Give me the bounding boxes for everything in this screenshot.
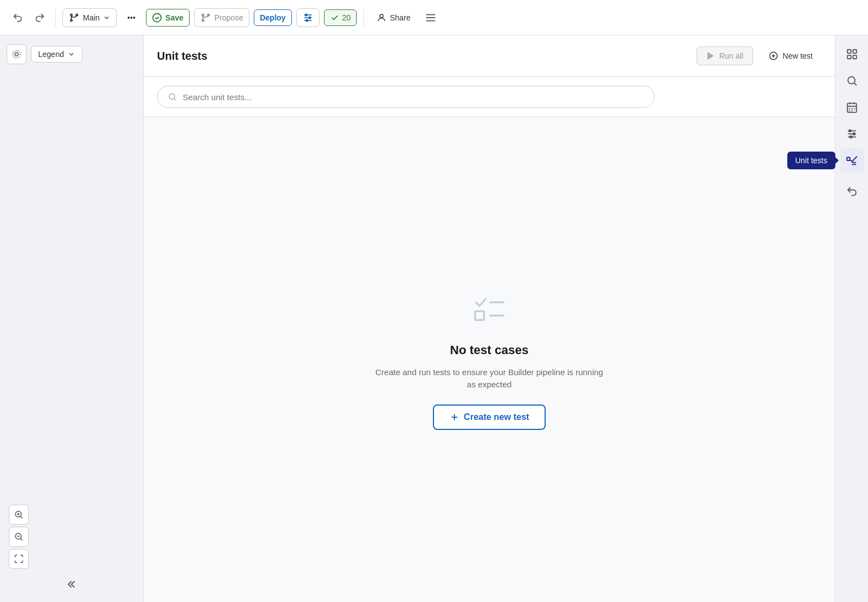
- svg-point-13: [380, 14, 383, 18]
- legend-button[interactable]: Legend: [31, 46, 82, 63]
- toolbar: Main ••• Save Propose Deploy: [0, 0, 868, 35]
- fit-view-button[interactable]: [9, 549, 29, 569]
- more-label: •••: [127, 13, 135, 22]
- svg-point-1: [70, 19, 72, 21]
- undo-button[interactable]: [9, 9, 27, 27]
- legend-label: Legend: [38, 50, 64, 59]
- empty-state-icon: [467, 290, 511, 334]
- svg-point-3: [153, 13, 161, 22]
- svg-point-12: [306, 19, 307, 21]
- search-input[interactable]: [182, 92, 644, 102]
- search-bar: [157, 86, 655, 108]
- svg-marker-26: [708, 53, 713, 59]
- svg-point-57: [850, 136, 852, 138]
- svg-line-24: [20, 538, 22, 540]
- svg-point-30: [169, 94, 175, 99]
- create-test-button[interactable]: Create new test: [433, 404, 546, 430]
- left-sidebar: Legend: [0, 35, 144, 602]
- right-sidebar-back-button[interactable]: [840, 179, 864, 204]
- svg-point-11: [308, 17, 310, 18]
- unit-tests-title: Unit tests: [157, 50, 690, 63]
- deploy-button[interactable]: Deploy: [254, 9, 292, 26]
- svg-point-0: [70, 14, 72, 15]
- more-button[interactable]: •••: [121, 9, 142, 26]
- share-button[interactable]: Share: [370, 9, 416, 27]
- svg-rect-33: [475, 311, 484, 320]
- checks-label: 20: [342, 13, 351, 22]
- sliders-button[interactable]: [296, 8, 320, 27]
- sidebar-top-controls: Legend: [4, 42, 85, 66]
- main-content: Unit tests Run all New test: [144, 35, 835, 602]
- save-button[interactable]: Save: [146, 9, 190, 27]
- svg-rect-40: [853, 55, 856, 59]
- separator-2: [363, 9, 364, 27]
- right-sidebar: Unit tests: [835, 35, 868, 602]
- empty-state-title: No test cases: [450, 343, 529, 357]
- svg-line-42: [854, 83, 856, 85]
- svg-rect-37: [847, 50, 850, 53]
- right-sidebar-calendar-button[interactable]: [840, 95, 864, 120]
- svg-point-4: [202, 14, 203, 15]
- zoom-in-button[interactable]: [9, 505, 29, 525]
- branch-label: Main: [83, 13, 100, 22]
- right-sidebar-unit-tests-button[interactable]: [840, 148, 864, 173]
- search-bar-container: [144, 77, 835, 117]
- zoom-controls: [9, 505, 29, 569]
- separator-1: [55, 9, 56, 27]
- svg-line-31: [174, 98, 176, 100]
- svg-point-17: [15, 53, 18, 56]
- svg-rect-58: [846, 158, 850, 161]
- svg-rect-39: [847, 55, 850, 59]
- empty-state: No test cases Create and run tests to en…: [144, 117, 835, 602]
- right-sidebar-sliders-button[interactable]: [840, 122, 864, 146]
- redo-button[interactable]: [31, 9, 49, 27]
- share-label: Share: [390, 13, 410, 22]
- deploy-label: Deploy: [260, 13, 286, 22]
- svg-point-55: [849, 130, 851, 132]
- empty-state-desc: Create and run tests to ensure your Buil…: [373, 366, 605, 391]
- collapse-sidebar-button[interactable]: [66, 578, 78, 593]
- propose-button[interactable]: Propose: [194, 8, 249, 27]
- run-all-label: Run all: [719, 51, 744, 60]
- svg-line-20: [20, 516, 22, 518]
- main-layout: Legend: [0, 35, 868, 602]
- right-sidebar-unit-tests-container: Unit tests: [840, 148, 864, 173]
- right-sidebar-search-button[interactable]: [840, 69, 864, 93]
- new-test-button[interactable]: New test: [760, 46, 822, 65]
- search-icon: [168, 92, 177, 102]
- menu-button[interactable]: [421, 8, 440, 27]
- propose-label: Propose: [215, 13, 243, 22]
- svg-point-41: [848, 77, 855, 84]
- unit-tests-header: Unit tests Run all New test: [144, 35, 835, 77]
- new-test-label: New test: [783, 51, 813, 60]
- right-sidebar-dashboard-button[interactable]: [840, 42, 864, 66]
- svg-rect-38: [853, 50, 856, 53]
- svg-point-10: [305, 14, 307, 15]
- svg-point-56: [853, 133, 855, 135]
- branch-button[interactable]: Main: [62, 8, 117, 27]
- run-all-button[interactable]: Run all: [697, 46, 753, 65]
- canvas-toggle-button[interactable]: [7, 44, 27, 64]
- create-test-label: Create new test: [464, 412, 529, 422]
- zoom-out-button[interactable]: [9, 527, 29, 547]
- svg-point-5: [202, 19, 203, 21]
- svg-point-18: [13, 50, 20, 58]
- save-label: Save: [165, 13, 184, 22]
- checks-button[interactable]: 20: [324, 9, 357, 26]
